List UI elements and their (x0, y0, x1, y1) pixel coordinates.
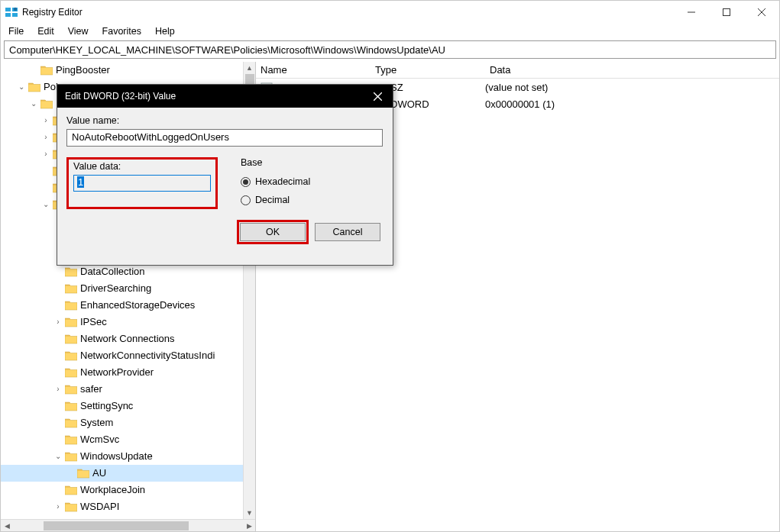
chevron-right-icon[interactable]: › (40, 112, 51, 129)
chevron-none: · (40, 179, 51, 196)
menu-favorites[interactable]: Favorites (101, 25, 143, 37)
chevron-none: · (53, 263, 63, 280)
tree-item-label: DataCollection (80, 263, 145, 280)
chevron-none: · (53, 280, 63, 297)
tree-item-label: AU (92, 465, 106, 482)
chevron-none: · (53, 398, 63, 414)
tree-item[interactable]: ·WcmSvc (1, 431, 255, 448)
folder-icon (40, 98, 53, 109)
chevron-right-icon[interactable]: › (40, 129, 51, 146)
chevron-right-icon[interactable]: › (40, 146, 51, 163)
radio-hexadecimal[interactable]: Hexadecimal (241, 172, 310, 191)
scroll-left-button[interactable]: ◀ (1, 520, 13, 531)
tree-item-label: NetworkConnectivityStatusIndi (80, 347, 215, 364)
dialog-title: Edit DWORD (32-bit) Value (65, 91, 176, 102)
list-header[interactable]: Name Type Data (256, 62, 779, 79)
chevron-none: · (53, 364, 63, 381)
folder-icon (65, 334, 77, 344)
column-name[interactable]: Name (256, 64, 371, 76)
radio-decimal[interactable]: Decimal (241, 191, 310, 209)
maximize-button[interactable] (709, 1, 744, 24)
svg-rect-3 (12, 13, 18, 17)
window-title: Registry Editor (22, 7, 83, 18)
scroll-down-button[interactable]: ▼ (244, 507, 255, 519)
tree-item-label: SettingSync (80, 398, 133, 414)
chevron-down-icon[interactable]: ⌄ (16, 79, 27, 95)
tree-item[interactable]: ·NetworkConnectivityStatusIndi (1, 347, 255, 364)
tree-item[interactable]: ·SettingSync (1, 398, 255, 414)
hscroll-thumb[interactable] (44, 521, 189, 530)
tree-item[interactable]: ›WSDAPI (1, 498, 255, 515)
base-group: Base Hexadecimal Decimal (241, 157, 310, 209)
chevron-none: · (40, 163, 51, 179)
tree-item[interactable]: ⌄WindowsUpdate (1, 448, 255, 465)
tree-item[interactable]: ·DataCollection (1, 263, 255, 280)
svg-rect-6 (723, 9, 730, 16)
tree-item-label: System (80, 414, 113, 431)
scroll-up-button[interactable]: ▲ (244, 62, 255, 74)
tree-item-label: WcmSvc (80, 431, 119, 448)
tree-item[interactable]: ·Network Connections (1, 330, 255, 347)
tree-item[interactable]: ·System (1, 414, 255, 431)
value-data-label: Value data: (73, 161, 211, 172)
ok-button[interactable]: OK (240, 223, 306, 241)
folder-icon (65, 418, 77, 428)
column-type[interactable]: Type (371, 64, 485, 76)
chevron-down-icon[interactable]: ⌄ (53, 448, 63, 465)
folder-icon (77, 468, 89, 479)
chevron-none: · (53, 431, 63, 448)
value-data-highlight: Value data: 1 (66, 157, 218, 209)
folder-icon (65, 384, 77, 395)
base-label: Base (241, 157, 310, 168)
folder-icon (28, 82, 40, 92)
scroll-right-button[interactable]: ▶ (243, 520, 255, 531)
address-bar[interactable]: Computer\HKEY_LOCAL_MACHINE\SOFTWARE\Pol… (4, 40, 776, 59)
tree-item-label: Pol (44, 79, 58, 95)
value-data-input[interactable]: 1 (73, 175, 211, 192)
chevron-none: · (53, 482, 63, 498)
column-data[interactable]: Data (485, 64, 779, 76)
tree-item[interactable]: ›IPSec (1, 314, 255, 330)
folder-icon (65, 485, 77, 495)
svg-point-4 (14, 8, 17, 11)
cancel-button[interactable]: Cancel (315, 223, 380, 241)
close-button[interactable] (744, 1, 779, 24)
horizontal-scrollbar[interactable]: ◀ ▶ (1, 519, 255, 531)
address-text: Computer\HKEY_LOCAL_MACHINE\SOFTWARE\Pol… (9, 44, 445, 56)
dialog-title-bar[interactable]: Edit DWORD (32-bit) Value (57, 85, 393, 108)
chevron-none: · (53, 414, 63, 431)
chevron-right-icon[interactable]: › (53, 314, 63, 330)
folder-icon (65, 283, 77, 294)
value-name-input[interactable]: NoAutoRebootWithLoggedOnUsers (66, 129, 383, 147)
menu-help[interactable]: Help (154, 25, 176, 37)
tree-item-label: DriverSearching (80, 280, 151, 297)
folder-icon (65, 350, 77, 361)
regedit-icon (5, 6, 18, 18)
tree-item[interactable]: ›safer (1, 381, 255, 398)
tree-item[interactable]: ·EnhancedStorageDevices (1, 297, 255, 314)
folder-icon (65, 266, 77, 277)
menu-edit[interactable]: Edit (36, 25, 56, 37)
tree-item[interactable]: ·AU (1, 465, 255, 482)
tree-item[interactable]: ·NetworkProvider (1, 364, 255, 381)
title-bar: Registry Editor (1, 1, 779, 24)
chevron-right-icon[interactable]: › (53, 498, 63, 515)
tree-item-label: Network Connections (80, 330, 175, 347)
radio-icon (241, 195, 251, 205)
chevron-right-icon[interactable]: › (53, 381, 63, 398)
tree-item-label: WorkplaceJoin (80, 482, 145, 498)
menu-view[interactable]: View (66, 25, 90, 37)
folder-icon (65, 300, 77, 311)
dialog-close-button[interactable] (362, 85, 393, 108)
chevron-down-icon[interactable]: ⌄ (40, 196, 51, 213)
folder-icon (40, 65, 53, 76)
folder-icon (65, 451, 77, 462)
tree-item[interactable]: ·PingBooster (1, 62, 255, 79)
chevron-down-icon[interactable]: ⌄ (28, 95, 39, 112)
tree-item-label: NetworkProvider (80, 364, 154, 381)
tree-item[interactable]: ·DriverSearching (1, 280, 255, 297)
minimize-button[interactable] (674, 1, 709, 24)
tree-item[interactable]: ·WorkplaceJoin (1, 482, 255, 498)
menu-file[interactable]: File (7, 25, 25, 37)
chevron-none: · (53, 297, 63, 314)
